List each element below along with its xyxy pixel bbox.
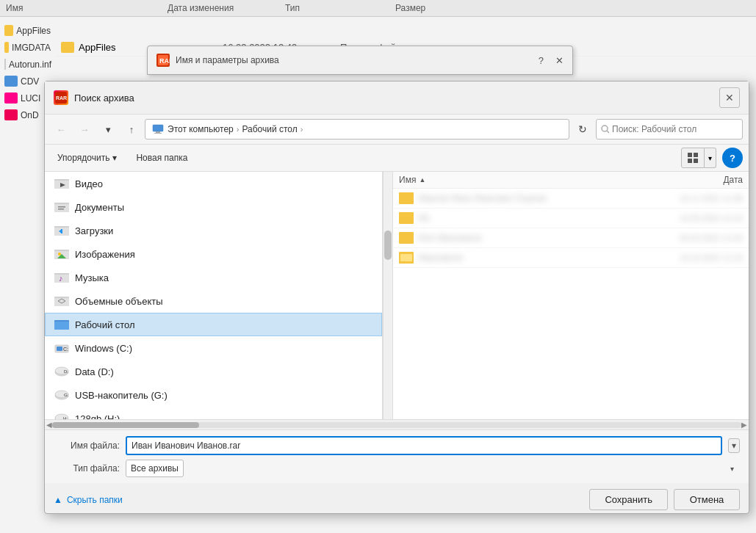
- bg-col-size: Размер: [395, 3, 454, 13]
- nav-back-button[interactable]: ←: [51, 119, 71, 139]
- help-button[interactable]: ?: [722, 148, 743, 168]
- desktop-folder-icon: [54, 317, 69, 332]
- svg-rect-38: [57, 347, 62, 351]
- left-panel: Видео Документы: [45, 172, 383, 419]
- bg-header: Имя Дата изменения Тип Размер: [0, 0, 756, 17]
- bg-col-type: Тип: [285, 3, 381, 13]
- folder-item-video[interactable]: Видео: [45, 172, 382, 195]
- svg-point-27: [58, 253, 61, 255]
- toggle-folders-button[interactable]: ▲ Скрыть папки: [54, 495, 123, 505]
- archive-dialog-help[interactable]: ?: [539, 55, 544, 66]
- nav-refresh-button[interactable]: ↻: [572, 119, 593, 139]
- save-button[interactable]: Сохранить: [589, 489, 668, 510]
- h-scroll-track: [52, 422, 741, 428]
- drive-d-icon: D:: [54, 364, 69, 379]
- 3d-icon: [54, 294, 69, 308]
- right-panel-header: Имя ▲ Дата: [393, 172, 749, 189]
- images-icon: [54, 247, 69, 261]
- search-input[interactable]: [612, 124, 738, 134]
- organize-label: Упорядочить: [57, 153, 109, 163]
- filetype-label: Тип файла:: [54, 463, 120, 474]
- folder-item-drive-c[interactable]: C: Windows (C:): [45, 336, 382, 360]
- folder-item-music[interactable]: ♪ Музыка: [45, 266, 382, 289]
- svg-point-8: [602, 126, 608, 131]
- folder-icon-appfiles: [61, 42, 74, 53]
- svg-text:♪: ♪: [59, 274, 63, 283]
- filename-input[interactable]: [126, 436, 722, 455]
- filetype-select[interactable]: Все архивы: [126, 460, 184, 477]
- file-item-0[interactable]: Иванов Иван Иванович Оценки 16.11.2021 1…: [393, 189, 749, 209]
- file-name-3: Ивановиче: [418, 253, 647, 263]
- svg-rect-20: [58, 209, 64, 210]
- search-box[interactable]: [596, 119, 743, 139]
- folder-yellow-icon-2: [4, 42, 9, 53]
- cancel-button[interactable]: Отмена: [674, 489, 740, 510]
- folder-downloads-label: Загрузки: [75, 225, 113, 236]
- filename-dropdown-arrow[interactable]: ▾: [728, 438, 740, 453]
- rar-icon: RAR: [55, 92, 67, 104]
- h-scroll-left[interactable]: ◀: [46, 421, 52, 429]
- search-icon: [601, 125, 609, 134]
- nav-forward-button[interactable]: →: [74, 119, 95, 139]
- file-item-2[interactable]: Иле Ивановиче 06.03.2021 11:43: [393, 228, 749, 248]
- footer-actions: ▲ Скрыть папки Сохранить Отмена: [45, 483, 749, 513]
- downloads-folder-icon: [54, 224, 69, 237]
- h-scroll-right[interactable]: ▶: [741, 421, 747, 429]
- view-mode-button[interactable]: [681, 148, 705, 168]
- dialog-titlebar: RAR Поиск архива ✕: [45, 81, 749, 115]
- 3d-folder-icon: [54, 294, 69, 308]
- dialog-close-button[interactable]: ✕: [719, 87, 740, 108]
- dialog-footer: Имя файла: ▾ Тип файла: Все архивы ▾: [45, 429, 749, 483]
- folder-item-images[interactable]: Изображения: [45, 242, 382, 266]
- desktop-icon: [54, 318, 69, 331]
- folder-item-desktop[interactable]: Рабочий стол: [45, 313, 382, 336]
- folder-drive-h-label: 128gb (H:): [75, 413, 120, 420]
- svg-rect-13: [694, 159, 698, 163]
- dialog-title-label: Поиск архива: [74, 93, 713, 104]
- folder-item-drive-h[interactable]: H: 128gb (H:): [45, 407, 382, 419]
- downloads-icon: [54, 223, 69, 238]
- archive-name-dialog: RAR Имя и параметры архива ? ✕: [147, 46, 573, 75]
- bg-sidebar-ond-label: OnD: [21, 110, 39, 120]
- nav-up-button[interactable]: ↑: [121, 119, 142, 139]
- folder-usb-label: USB-накопитель (G:): [75, 390, 168, 401]
- archive-dialog-close[interactable]: ✕: [555, 55, 564, 66]
- drive-c-icon: C:: [54, 341, 69, 355]
- usb-drive-icon: G:: [54, 388, 69, 402]
- content-area: Видео Документы: [45, 172, 749, 419]
- folder-yellow-icon: [4, 25, 13, 36]
- video-icon: [54, 176, 69, 191]
- breadcrumb[interactable]: Этот компьютер › Рабочий стол ›: [145, 119, 569, 139]
- horizontal-scrollbar[interactable]: ◀ ▶: [45, 419, 749, 429]
- bg-col-date: Дата изменения: [168, 3, 270, 13]
- left-scroll-thumb: [384, 231, 392, 260]
- ond-icon: [4, 109, 18, 120]
- file-name-2: Иле Ивановиче: [418, 233, 647, 243]
- organize-dropdown-icon: ▾: [112, 153, 117, 163]
- toggle-label: Скрыть папки: [67, 495, 123, 505]
- svg-text:RAR: RAR: [159, 57, 170, 65]
- file-item-3[interactable]: Ивановиче 16.10.2021 11:10: [393, 248, 749, 268]
- folder-desktop-label: Рабочий стол: [75, 319, 135, 330]
- luci-icon: [4, 93, 18, 104]
- new-folder-button[interactable]: Новая папка: [129, 149, 194, 167]
- folder-item-usb[interactable]: G: USB-накопитель (G:): [45, 383, 382, 407]
- folder-item-drive-d[interactable]: D: Data (D:): [45, 360, 382, 383]
- bg-sidebar-autorun-label: Autorun.inf: [9, 59, 51, 70]
- folder-item-downloads[interactable]: Загрузки: [45, 219, 382, 242]
- folder-item-3d[interactable]: Объемные объекты: [45, 289, 382, 313]
- folder-item-documents[interactable]: Документы: [45, 195, 382, 219]
- bg-sidebar-appfiles-label: AppFiles: [16, 26, 51, 36]
- svg-rect-50: [400, 254, 412, 261]
- file-item-1[interactable]: Ив 16.03.2022 12:10: [393, 209, 749, 228]
- file-date-2: 06.03.2021 11:43: [647, 233, 743, 242]
- nav-dropdown-button[interactable]: ▾: [98, 119, 118, 139]
- drive-h-icon: H:: [54, 411, 69, 419]
- folder-music-label: Музыка: [75, 272, 109, 283]
- svg-text:RAR: RAR: [56, 95, 67, 101]
- left-scrollbar[interactable]: [383, 172, 393, 419]
- view-dropdown-button[interactable]: ▾: [705, 148, 716, 168]
- bg-sidebar-imgdata-label: IMGDATA: [12, 43, 51, 53]
- col-name-header: Имя ▲: [399, 175, 647, 185]
- organize-button[interactable]: Упорядочить ▾: [51, 149, 123, 167]
